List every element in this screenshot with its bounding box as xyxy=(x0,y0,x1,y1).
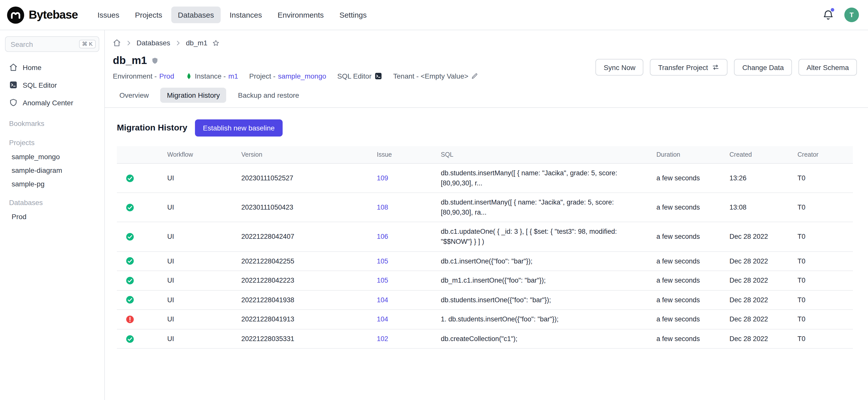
cell-creator: T0 xyxy=(787,227,853,246)
transfer-project-button[interactable]: Transfer Project xyxy=(650,59,728,75)
migration-history-header: Migration History Establish new baseline xyxy=(117,119,853,136)
issue-link[interactable]: 104 xyxy=(377,315,388,323)
chevron-right-icon xyxy=(125,39,132,46)
nav-item-environments[interactable]: Environments xyxy=(271,6,330,23)
cell-version: 20230111052527 xyxy=(231,169,367,188)
establish-baseline-button[interactable]: Establish new baseline xyxy=(195,119,283,136)
body: ⌘ K Home SQL Editor Anomaly Center xyxy=(0,30,868,400)
notifications-button[interactable] xyxy=(822,9,834,21)
bytebase-logo[interactable]: Bytebase xyxy=(7,6,78,24)
cell-version: 20221228042407 xyxy=(231,227,367,246)
issue-link[interactable]: 106 xyxy=(377,233,388,240)
cell-created: Dec 28 2022 xyxy=(719,330,787,348)
sidebar-section-projects[interactable]: Projects xyxy=(5,135,99,150)
page-header-left: db_m1 Environment - Prod xyxy=(113,54,478,80)
cell-sql: db.createCollection("c1"); xyxy=(431,330,646,348)
cell-workflow: UI xyxy=(157,271,231,290)
search-input[interactable] xyxy=(10,40,79,48)
table-row[interactable]: UI 20221228042255 105 db.c1.insertOne({"… xyxy=(117,252,853,271)
cell-created: 13:26 xyxy=(719,169,787,188)
success-status-icon xyxy=(125,174,134,183)
cell-workflow: UI xyxy=(157,290,231,309)
issue-link[interactable]: 105 xyxy=(377,257,388,265)
avatar[interactable]: T xyxy=(844,7,859,22)
issue-link[interactable]: 108 xyxy=(377,204,388,211)
cell-creator: T0 xyxy=(787,271,853,290)
sidebar-item-sample-diagram[interactable]: sample-diagram xyxy=(5,163,99,177)
cell-workflow: UI xyxy=(157,310,231,329)
meta-tenant: Tenant - <Empty Value> xyxy=(393,72,478,80)
table-row[interactable]: UI 20221228041913 104 1. db.students.ins… xyxy=(117,310,853,329)
tab-overview[interactable]: Overview xyxy=(113,88,155,103)
cell-created: Dec 28 2022 xyxy=(719,271,787,290)
issue-link[interactable]: 105 xyxy=(377,277,388,284)
breadcrumb-databases[interactable]: Databases xyxy=(136,39,170,47)
environment-link[interactable]: Prod xyxy=(159,72,174,80)
nav-item-settings[interactable]: Settings xyxy=(333,6,373,23)
cell-creator: T0 xyxy=(787,290,853,309)
meta-sql-editor[interactable]: SQL Editor xyxy=(337,72,382,80)
breadcrumb-home-icon[interactable] xyxy=(113,39,121,47)
cell-duration: a few seconds xyxy=(646,198,719,217)
col-version: Version xyxy=(231,146,367,163)
sidebar-item-sample-pg[interactable]: sample-pg xyxy=(5,177,99,190)
issue-link[interactable]: 102 xyxy=(377,335,388,343)
nav-item-instances[interactable]: Instances xyxy=(223,6,269,23)
nav-item-projects[interactable]: Projects xyxy=(128,6,169,23)
cell-creator: T0 xyxy=(787,198,853,217)
cell-sql: db.students.insertOne({"foo": "bar"}); xyxy=(431,290,646,309)
nav-item-issues[interactable]: Issues xyxy=(91,6,126,23)
cell-creator: T0 xyxy=(787,169,853,188)
top-navbar: Bytebase Issues Projects Databases Insta… xyxy=(0,0,868,30)
terminal-icon xyxy=(9,81,18,89)
sync-now-button[interactable]: Sync Now xyxy=(596,59,644,75)
tab-backup-and-restore[interactable]: Backup and restore xyxy=(231,88,306,103)
error-status-icon xyxy=(125,315,134,324)
button-label: Change Data xyxy=(742,63,784,71)
cell-duration: a few seconds xyxy=(646,330,719,348)
sidebar-item-home[interactable]: Home xyxy=(5,58,99,76)
change-data-button[interactable]: Change Data xyxy=(734,59,792,75)
database-tabs: Overview Migration History Backup and re… xyxy=(113,88,857,103)
sidebar-item-sql-editor[interactable]: SQL Editor xyxy=(5,76,99,94)
cell-created: Dec 28 2022 xyxy=(719,227,787,246)
alter-schema-button[interactable]: Alter Schema xyxy=(799,59,857,75)
cell-creator: T0 xyxy=(787,252,853,271)
bookmark-star-icon[interactable] xyxy=(212,39,220,47)
sidebar-section-databases[interactable]: Databases xyxy=(5,195,99,210)
success-status-icon xyxy=(125,334,134,343)
sidebar-item-prod[interactable]: Prod xyxy=(5,210,99,223)
sidebar-item-label: SQL Editor xyxy=(23,81,57,89)
cell-version: 20221228041913 xyxy=(231,310,367,329)
cell-duration: a few seconds xyxy=(646,310,719,329)
cell-creator: T0 xyxy=(787,330,853,348)
search-box[interactable]: ⌘ K xyxy=(5,36,99,52)
chevron-right-icon xyxy=(175,39,181,46)
table-row[interactable]: UI 20221228042223 105 db_m1.c1.insertOne… xyxy=(117,271,853,290)
success-status-icon xyxy=(125,203,134,212)
table-header-row: Workflow Version Issue SQL Duration Crea… xyxy=(117,146,853,164)
nav-item-databases[interactable]: Databases xyxy=(171,6,220,23)
sidebar-item-label: Anomaly Center xyxy=(23,98,73,106)
cell-workflow: UI xyxy=(157,169,231,188)
issue-link[interactable]: 109 xyxy=(377,174,388,182)
table-row[interactable]: UI 20230111050423 108 db.student.insertM… xyxy=(117,193,853,222)
table-row[interactable]: UI 20221228035331 102 db.createCollectio… xyxy=(117,330,853,349)
page-title: db_m1 xyxy=(113,54,147,66)
cell-duration: a few seconds xyxy=(646,227,719,246)
cell-version: 20221228042223 xyxy=(231,271,367,290)
sidebar-section-bookmarks[interactable]: Bookmarks xyxy=(5,116,99,130)
sidebar-item-sample-mongo[interactable]: sample_mongo xyxy=(5,150,99,163)
sidebar-item-anomaly-center[interactable]: Anomaly Center xyxy=(5,94,99,111)
issue-link[interactable]: 104 xyxy=(377,296,388,304)
cell-created: Dec 28 2022 xyxy=(719,310,787,329)
instance-link[interactable]: m1 xyxy=(228,72,238,80)
edit-pencil-icon[interactable] xyxy=(471,72,478,80)
tab-migration-history[interactable]: Migration History xyxy=(160,88,226,103)
table-row[interactable]: UI 20221228042407 106 db.c1.updateOne( {… xyxy=(117,222,853,252)
breadcrumb: Databases db_m1 xyxy=(113,37,857,49)
project-link[interactable]: sample_mongo xyxy=(278,72,326,80)
table-row[interactable]: UI 20230111052527 109 db.students.insert… xyxy=(117,164,853,193)
table-row[interactable]: UI 20221228041938 104 db.students.insert… xyxy=(117,290,853,310)
tenant-label: Tenant - <Empty Value> xyxy=(393,72,468,80)
